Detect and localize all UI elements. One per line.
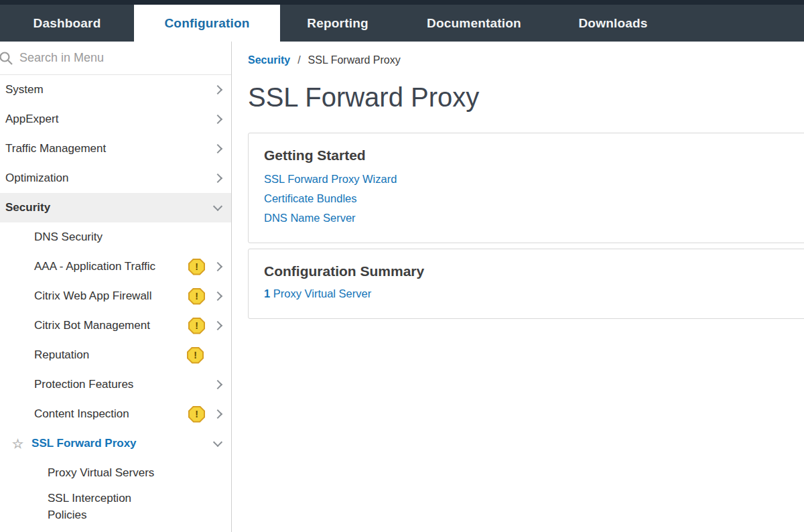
sidebar-item-aaa-application-traffic[interactable]: AAA - Application Traffic !	[0, 252, 231, 281]
sidebar: System AppExpert Traffic Management Opti…	[0, 42, 232, 532]
getting-started-links: SSL Forward Proxy Wizard Certificate Bun…	[264, 170, 791, 228]
menu-label: SSL Interception Policies	[48, 490, 160, 523]
proxy-virtual-server-link[interactable]: 1 Proxy Virtual Server	[264, 287, 371, 300]
certificate-bundles-link[interactable]: Certificate Bundles	[264, 189, 357, 208]
sidebar-item-citrix-web-app-firewall[interactable]: Citrix Web App Firewall !	[0, 281, 231, 311]
chevron-down-icon	[213, 201, 222, 210]
chevron-down-icon	[213, 437, 222, 446]
menu-label: AAA - Application Traffic	[34, 260, 188, 273]
summary-line: 1 Proxy Virtual Server	[264, 284, 791, 304]
chevron-right-icon	[213, 144, 222, 153]
sidebar-item-proxy-virtual-servers[interactable]: Proxy Virtual Servers	[0, 458, 231, 488]
main-nav: Dashboard Configuration Reporting Docume…	[0, 5, 804, 42]
star-icon[interactable]: ☆	[12, 438, 23, 450]
dns-name-server-link[interactable]: DNS Name Server	[264, 208, 356, 228]
breadcrumb-security-link[interactable]: Security	[248, 54, 290, 66]
getting-started-title: Getting Started	[264, 147, 791, 163]
chevron-right-icon	[213, 262, 222, 271]
sidebar-item-ssl-interception-policies[interactable]: SSL Interception Policies	[0, 488, 231, 525]
proxy-virtual-server-count: 1	[264, 287, 270, 300]
chevron-right-icon	[213, 321, 222, 330]
sidebar-item-citrix-bot-management[interactable]: Citrix Bot Management !	[0, 311, 231, 340]
sidebar-item-security[interactable]: Security	[0, 193, 231, 222]
menu-label: System	[5, 83, 214, 96]
window-top-strip	[0, 0, 804, 5]
tab-reporting[interactable]: Reporting	[280, 5, 395, 42]
chevron-right-icon	[213, 409, 222, 419]
sidebar-item-appexpert[interactable]: AppExpert	[0, 105, 231, 134]
sidebar-item-system[interactable]: System	[0, 75, 231, 105]
menu-label: Proxy Virtual Servers	[48, 466, 222, 480]
menu-label: DNS Security	[34, 230, 222, 244]
getting-started-card: Getting Started SSL Forward Proxy Wizard…	[248, 133, 804, 243]
configuration-summary-card: Configuration Summary 1 Proxy Virtual Se…	[248, 249, 804, 319]
sidebar-menu: System AppExpert Traffic Management Opti…	[0, 75, 231, 525]
menu-label: Citrix Web App Firewall	[34, 289, 188, 303]
chevron-right-icon	[213, 174, 222, 183]
menu-label: Optimization	[5, 172, 214, 185]
sidebar-item-dns-security[interactable]: DNS Security	[0, 222, 231, 252]
page-title: SSL Forward Proxy	[248, 82, 804, 113]
search-icon	[0, 50, 14, 66]
sidebar-item-content-inspection[interactable]: Content Inspection !	[0, 399, 231, 429]
warning-icon: !	[187, 347, 204, 364]
warning-icon: !	[188, 406, 205, 423]
search-input[interactable]	[19, 51, 224, 65]
configuration-summary-title: Configuration Summary	[264, 263, 791, 279]
warning-icon: !	[188, 318, 205, 334]
breadcrumb-current: SSL Forward Proxy	[308, 54, 401, 66]
proxy-virtual-server-label: Proxy Virtual Server	[270, 287, 371, 300]
breadcrumb-separator: /	[297, 54, 300, 66]
menu-label: Reputation	[34, 348, 187, 362]
menu-label: Content Inspection	[34, 407, 188, 421]
chevron-right-icon	[213, 380, 222, 389]
chevron-right-icon	[213, 291, 222, 301]
tab-dashboard[interactable]: Dashboard	[0, 5, 134, 42]
sidebar-item-ssl-forward-proxy[interactable]: ☆ SSL Forward Proxy	[0, 429, 231, 458]
main-content: Security / SSL Forward Proxy SSL Forward…	[232, 42, 804, 532]
tab-configuration[interactable]: Configuration	[134, 5, 280, 42]
tab-documentation[interactable]: Documentation	[395, 5, 553, 42]
tab-downloads[interactable]: Downloads	[553, 5, 673, 42]
chevron-right-icon	[213, 85, 222, 94]
warning-icon: !	[188, 288, 205, 305]
sidebar-search	[0, 42, 231, 75]
menu-label: AppExpert	[5, 113, 214, 126]
warning-icon: !	[188, 259, 205, 275]
menu-label: Citrix Bot Management	[34, 319, 188, 332]
menu-label: Protection Features	[34, 378, 214, 391]
sidebar-item-protection-features[interactable]: Protection Features	[0, 370, 231, 399]
menu-label: SSL Forward Proxy	[31, 437, 214, 450]
sidebar-item-optimization[interactable]: Optimization	[0, 163, 231, 193]
sidebar-item-traffic-management[interactable]: Traffic Management	[0, 134, 231, 163]
menu-label: Traffic Management	[5, 142, 214, 155]
menu-label: Security	[5, 201, 214, 214]
chevron-right-icon	[213, 115, 222, 124]
sidebar-item-reputation[interactable]: Reputation !	[0, 340, 231, 370]
breadcrumb: Security / SSL Forward Proxy	[248, 54, 804, 66]
ssl-forward-proxy-wizard-link[interactable]: SSL Forward Proxy Wizard	[264, 170, 397, 189]
